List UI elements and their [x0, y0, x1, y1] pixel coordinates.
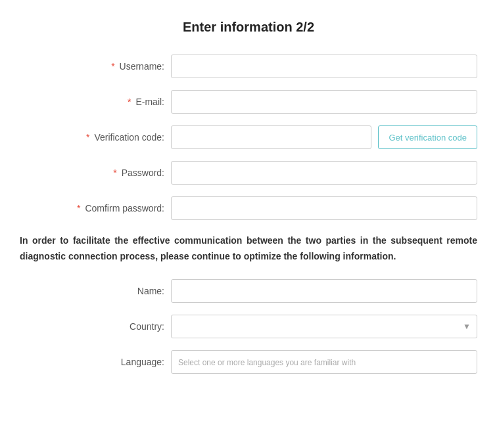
name-row: Name:	[20, 279, 477, 303]
name-input[interactable]	[171, 279, 477, 303]
verification-label: * Verification code:	[20, 132, 171, 143]
password-input[interactable]	[171, 161, 477, 185]
country-select-wrapper: ▼	[171, 315, 477, 338]
country-label: Country:	[20, 321, 171, 332]
email-required-star: *	[128, 97, 131, 107]
password-label: * Password:	[20, 168, 171, 178]
email-label: * E-mail:	[20, 97, 171, 107]
username-row: * Username:	[20, 55, 477, 78]
username-required-star: *	[111, 61, 114, 72]
page-title: Enter information 2/2	[20, 20, 477, 35]
get-verification-code-button[interactable]: Get verification code	[378, 125, 477, 149]
language-input[interactable]: Select one or more languages you are fam…	[171, 350, 477, 374]
verification-inputs: Get verification code	[171, 125, 477, 149]
confirm-password-row: * Comfirm password:	[20, 196, 477, 220]
confirm-password-label: * Comfirm password:	[20, 203, 171, 213]
country-select[interactable]	[171, 315, 477, 338]
username-input[interactable]	[171, 55, 477, 78]
info-text: In order to facilitate the effective com…	[20, 233, 477, 265]
email-input[interactable]	[171, 90, 477, 114]
main-container: Enter information 2/2 * Username: * E-ma…	[0, 0, 497, 399]
password-row: * Password:	[20, 161, 477, 185]
email-row: * E-mail:	[20, 90, 477, 114]
name-label: Name:	[20, 286, 171, 296]
confirm-password-input[interactable]	[171, 196, 477, 220]
language-label: Language:	[20, 357, 171, 367]
password-required-star: *	[113, 168, 116, 178]
username-label: * Username:	[20, 61, 171, 72]
verification-code-input[interactable]	[171, 125, 371, 149]
country-row: Country: ▼	[20, 315, 477, 338]
verification-required-star: *	[86, 132, 89, 143]
verification-row: * Verification code: Get verification co…	[20, 125, 477, 149]
language-row: Language: Select one or more languages y…	[20, 350, 477, 374]
confirm-password-required-star: *	[77, 203, 80, 213]
